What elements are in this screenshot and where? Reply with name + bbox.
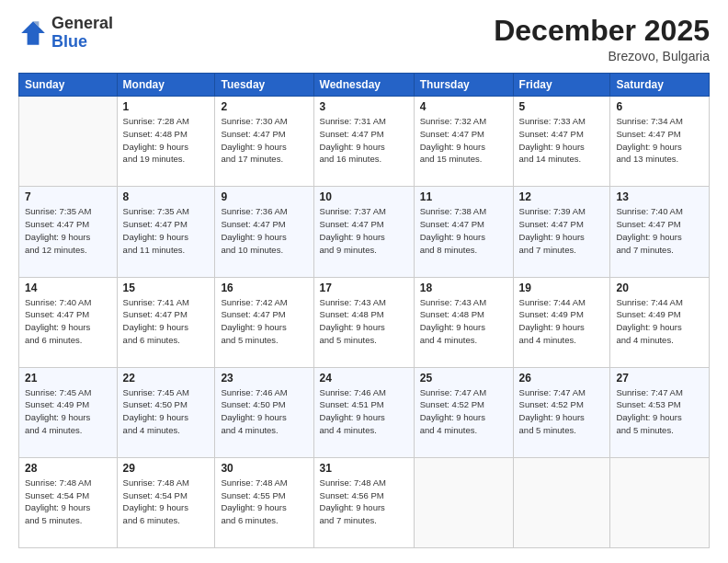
- calendar-cell: 23Sunrise: 7:46 AM Sunset: 4:50 PM Dayli…: [215, 367, 313, 457]
- day-info: Sunrise: 7:31 AM Sunset: 4:47 PM Dayligh…: [320, 115, 408, 166]
- day-info: Sunrise: 7:32 AM Sunset: 4:47 PM Dayligh…: [420, 115, 507, 166]
- day-number: 25: [420, 372, 507, 385]
- page: General Blue December 2025 Brezovo, Bulg…: [0, 0, 728, 563]
- month-title: December 2025: [494, 15, 710, 47]
- day-number: 1: [123, 100, 210, 113]
- day-number: 6: [616, 100, 703, 113]
- day-number: 2: [221, 100, 307, 113]
- col-header-wednesday: Wednesday: [313, 74, 414, 97]
- calendar-cell: 22Sunrise: 7:45 AM Sunset: 4:50 PM Dayli…: [117, 367, 215, 457]
- day-number: 15: [123, 282, 210, 294]
- calendar-cell: 25Sunrise: 7:47 AM Sunset: 4:52 PM Dayli…: [414, 367, 513, 457]
- day-number: 9: [221, 190, 307, 203]
- day-info: Sunrise: 7:35 AM Sunset: 4:47 PM Dayligh…: [25, 205, 111, 256]
- day-info: Sunrise: 7:41 AM Sunset: 4:47 PM Dayligh…: [123, 296, 210, 347]
- day-info: Sunrise: 7:45 AM Sunset: 4:50 PM Dayligh…: [123, 386, 210, 437]
- day-info: Sunrise: 7:35 AM Sunset: 4:47 PM Dayligh…: [123, 205, 210, 256]
- day-info: Sunrise: 7:42 AM Sunset: 4:47 PM Dayligh…: [221, 296, 307, 347]
- calendar-cell: 27Sunrise: 7:47 AM Sunset: 4:53 PM Dayli…: [610, 367, 710, 457]
- calendar-cell: 2Sunrise: 7:30 AM Sunset: 4:47 PM Daylig…: [215, 97, 313, 187]
- day-info: Sunrise: 7:43 AM Sunset: 4:48 PM Dayligh…: [320, 296, 408, 347]
- day-number: 4: [420, 100, 507, 113]
- svg-marker-0: [21, 21, 45, 45]
- calendar-cell: 9Sunrise: 7:36 AM Sunset: 4:47 PM Daylig…: [215, 187, 313, 277]
- col-header-saturday: Saturday: [610, 74, 710, 97]
- day-info: Sunrise: 7:46 AM Sunset: 4:51 PM Dayligh…: [320, 386, 408, 437]
- day-info: Sunrise: 7:37 AM Sunset: 4:47 PM Dayligh…: [320, 205, 408, 256]
- calendar-cell: [610, 457, 710, 547]
- day-info: Sunrise: 7:45 AM Sunset: 4:49 PM Dayligh…: [25, 386, 111, 437]
- day-number: 30: [221, 462, 307, 475]
- day-info: Sunrise: 7:36 AM Sunset: 4:47 PM Dayligh…: [221, 205, 307, 256]
- calendar-week-row: 28Sunrise: 7:48 AM Sunset: 4:54 PM Dayli…: [19, 457, 710, 547]
- day-number: 8: [123, 190, 210, 203]
- calendar-cell: 19Sunrise: 7:44 AM Sunset: 4:49 PM Dayli…: [513, 277, 610, 367]
- header: General Blue December 2025 Brezovo, Bulg…: [18, 15, 710, 63]
- calendar-cell: 5Sunrise: 7:33 AM Sunset: 4:47 PM Daylig…: [513, 97, 610, 187]
- day-info: Sunrise: 7:34 AM Sunset: 4:47 PM Dayligh…: [616, 115, 703, 166]
- calendar-cell: [19, 97, 118, 187]
- logo: General Blue: [18, 15, 113, 52]
- day-info: Sunrise: 7:30 AM Sunset: 4:47 PM Dayligh…: [221, 115, 307, 166]
- day-number: 14: [25, 282, 111, 294]
- calendar-cell: 4Sunrise: 7:32 AM Sunset: 4:47 PM Daylig…: [414, 97, 513, 187]
- day-number: 10: [320, 190, 408, 203]
- calendar-cell: 14Sunrise: 7:40 AM Sunset: 4:47 PM Dayli…: [19, 277, 118, 367]
- calendar-cell: 6Sunrise: 7:34 AM Sunset: 4:47 PM Daylig…: [610, 97, 710, 187]
- day-info: Sunrise: 7:39 AM Sunset: 4:47 PM Dayligh…: [519, 205, 605, 256]
- day-info: Sunrise: 7:40 AM Sunset: 4:47 PM Dayligh…: [616, 205, 703, 256]
- day-info: Sunrise: 7:47 AM Sunset: 4:52 PM Dayligh…: [420, 386, 507, 437]
- day-info: Sunrise: 7:48 AM Sunset: 4:56 PM Dayligh…: [320, 477, 408, 527]
- calendar-week-row: 7Sunrise: 7:35 AM Sunset: 4:47 PM Daylig…: [19, 187, 710, 277]
- calendar-cell: 18Sunrise: 7:43 AM Sunset: 4:48 PM Dayli…: [414, 277, 513, 367]
- day-info: Sunrise: 7:47 AM Sunset: 4:52 PM Dayligh…: [519, 386, 605, 437]
- calendar-cell: 21Sunrise: 7:45 AM Sunset: 4:49 PM Dayli…: [19, 367, 118, 457]
- day-number: 20: [616, 282, 703, 294]
- day-info: Sunrise: 7:44 AM Sunset: 4:49 PM Dayligh…: [519, 296, 605, 347]
- col-header-monday: Monday: [117, 74, 215, 97]
- day-info: Sunrise: 7:33 AM Sunset: 4:47 PM Dayligh…: [519, 115, 605, 166]
- day-number: 13: [616, 190, 703, 203]
- day-info: Sunrise: 7:44 AM Sunset: 4:49 PM Dayligh…: [616, 296, 703, 347]
- day-info: Sunrise: 7:43 AM Sunset: 4:48 PM Dayligh…: [420, 296, 507, 347]
- calendar-cell: 20Sunrise: 7:44 AM Sunset: 4:49 PM Dayli…: [610, 277, 710, 367]
- calendar-week-row: 1Sunrise: 7:28 AM Sunset: 4:48 PM Daylig…: [19, 97, 710, 187]
- day-info: Sunrise: 7:28 AM Sunset: 4:48 PM Dayligh…: [123, 115, 210, 166]
- calendar-cell: [513, 457, 610, 547]
- calendar-cell: 11Sunrise: 7:38 AM Sunset: 4:47 PM Dayli…: [414, 187, 513, 277]
- day-number: 24: [320, 372, 408, 385]
- calendar-cell: 29Sunrise: 7:48 AM Sunset: 4:54 PM Dayli…: [117, 457, 215, 547]
- logo-text: General Blue: [51, 15, 113, 52]
- calendar-cell: 30Sunrise: 7:48 AM Sunset: 4:55 PM Dayli…: [215, 457, 313, 547]
- day-number: 19: [519, 282, 605, 294]
- calendar-cell: 15Sunrise: 7:41 AM Sunset: 4:47 PM Dayli…: [117, 277, 215, 367]
- day-number: 21: [25, 372, 111, 385]
- col-header-friday: Friday: [513, 74, 610, 97]
- day-number: 7: [25, 190, 111, 203]
- day-number: 31: [320, 462, 408, 475]
- calendar-cell: 8Sunrise: 7:35 AM Sunset: 4:47 PM Daylig…: [117, 187, 215, 277]
- day-number: 16: [221, 282, 307, 294]
- day-info: Sunrise: 7:48 AM Sunset: 4:55 PM Dayligh…: [221, 477, 307, 527]
- calendar-cell: 1Sunrise: 7:28 AM Sunset: 4:48 PM Daylig…: [117, 97, 215, 187]
- calendar-cell: 24Sunrise: 7:46 AM Sunset: 4:51 PM Dayli…: [313, 367, 414, 457]
- calendar-cell: 7Sunrise: 7:35 AM Sunset: 4:47 PM Daylig…: [19, 187, 118, 277]
- day-info: Sunrise: 7:40 AM Sunset: 4:47 PM Dayligh…: [25, 296, 111, 347]
- calendar-cell: 13Sunrise: 7:40 AM Sunset: 4:47 PM Dayli…: [610, 187, 710, 277]
- day-number: 5: [519, 100, 605, 113]
- calendar-cell: 10Sunrise: 7:37 AM Sunset: 4:47 PM Dayli…: [313, 187, 414, 277]
- col-header-thursday: Thursday: [414, 74, 513, 97]
- day-number: 12: [519, 190, 605, 203]
- day-info: Sunrise: 7:46 AM Sunset: 4:50 PM Dayligh…: [221, 386, 307, 437]
- day-info: Sunrise: 7:38 AM Sunset: 4:47 PM Dayligh…: [420, 205, 507, 256]
- day-number: 28: [25, 462, 111, 475]
- day-number: 17: [320, 282, 408, 294]
- day-info: Sunrise: 7:47 AM Sunset: 4:53 PM Dayligh…: [616, 386, 703, 437]
- calendar-cell: [414, 457, 513, 547]
- day-number: 23: [221, 372, 307, 385]
- calendar-cell: 3Sunrise: 7:31 AM Sunset: 4:47 PM Daylig…: [313, 97, 414, 187]
- calendar-cell: 16Sunrise: 7:42 AM Sunset: 4:47 PM Dayli…: [215, 277, 313, 367]
- calendar-table: SundayMondayTuesdayWednesdayThursdayFrid…: [18, 73, 710, 548]
- calendar-week-row: 21Sunrise: 7:45 AM Sunset: 4:49 PM Dayli…: [19, 367, 710, 457]
- day-number: 22: [123, 372, 210, 385]
